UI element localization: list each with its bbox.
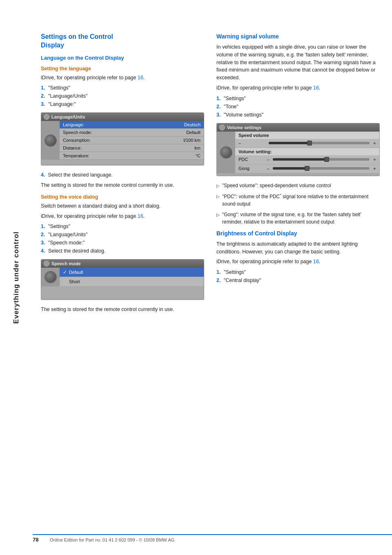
vol-row-label: – <box>238 141 267 145</box>
vol-plus-pdc: + <box>373 157 376 163</box>
list-item: 3. "Language:" <box>41 100 204 108</box>
speech-body: ✓ Default ✓ Short <box>41 268 204 286</box>
voice-idrive-ref: iDrive, for operating principle refer to… <box>41 213 204 220</box>
brightness-desc: The brightness is automatically adapted … <box>216 240 380 256</box>
list-item: 2. "Central display" <box>216 276 380 284</box>
list-item: 4. Select the desired dialog. <box>41 247 204 255</box>
vol-slider-gong <box>273 167 370 170</box>
knob-area <box>41 121 60 160</box>
list-item: 1. "Settings" <box>216 94 380 103</box>
brightness-idrive-ref: iDrive, for operating principle refer to… <box>216 258 380 266</box>
vol-plus: + <box>373 140 376 146</box>
vol-screenshot-title: Volume settings <box>227 125 261 130</box>
vol-section-header-2: Volume setting: <box>235 148 379 155</box>
voice-dialog-title: Setting the voice dialog <box>41 194 204 200</box>
vol-row-pdc: PDC – + <box>235 155 379 164</box>
bullet-list: "Speed volume": speed-dependent volume c… <box>216 182 380 226</box>
vol-row: – + <box>235 139 379 148</box>
right-column: Warning signal volume In vehicles equipp… <box>216 33 380 316</box>
vol-rows: Speed volume – + Volume setting: PDC <box>235 132 379 173</box>
vol-slider <box>269 142 370 144</box>
speech-screenshot: Speech mode ✓ Default ✓ Short <box>41 259 204 300</box>
bullet-item-gong: "Gong": volume of the signal tone, e.g. … <box>216 211 380 226</box>
speech-row: ✓ Short <box>60 277 204 286</box>
bullet-item-speed: "Speed volume": speed-dependent volume c… <box>216 182 380 189</box>
page-number: 78 <box>33 537 45 543</box>
step4-text: 4. Select the desired language. <box>41 171 204 179</box>
left-column: Settings on the Control Display Language… <box>41 33 204 316</box>
slider-fill <box>269 142 309 144</box>
volume-screenshot: Volume settings Speed volume – <box>216 123 380 176</box>
screenshot-content: Language: Deutsch Speech mode: Default C… <box>41 121 204 160</box>
list-item: 2. "Language/Units" <box>41 231 204 239</box>
slider-thumb <box>307 141 312 145</box>
warning-idrive-page-link[interactable]: 16 <box>313 85 319 91</box>
voice-note: The setting is stored for the remote con… <box>41 306 204 313</box>
bullet-item-pdc: "PDC": volume of the PDC* signal tone re… <box>216 192 380 208</box>
vol-plus-gong: + <box>373 166 376 172</box>
vol-slider-pdc <box>273 158 370 161</box>
setting-language-title: Setting the language <box>41 66 204 72</box>
vol-row-gong: Gong – + <box>235 164 379 173</box>
vol-knob-area <box>217 132 235 173</box>
screenshot-row: Distance: km <box>60 144 204 152</box>
screenshot-icon <box>44 114 49 120</box>
footer-text: Online Edition for Part no. 01 41 2 602 … <box>50 537 174 542</box>
screenshot-rows: Language: Deutsch Speech mode: Default C… <box>60 121 204 160</box>
speech-row: ✓ Default <box>60 268 204 277</box>
check-icon-empty: ✓ <box>63 279 67 284</box>
asterisk: * <box>280 193 281 197</box>
vol-row-label-gong: Gong <box>238 166 267 171</box>
warning-idrive-ref: iDrive, for operating principle refer to… <box>216 84 380 92</box>
list-item: 1. "Settings" <box>41 84 204 92</box>
lang-steps-list: 1. "Settings" 2. "Language/Units" 3. "La… <box>41 84 204 108</box>
voice-desc: Switch between a standard dialog and a s… <box>41 202 204 210</box>
speech-knob-area <box>41 268 60 286</box>
list-item: 1. "Settings" <box>216 268 380 276</box>
screenshot-row: Temperature: °C <box>60 152 204 160</box>
vol-row-label-pdc: PDC <box>238 157 267 162</box>
screenshot-title: Language/Units <box>51 114 85 119</box>
speech-rows: ✓ Default ✓ Short <box>60 268 204 286</box>
vol-control-knob <box>220 146 232 159</box>
idrive-ref-text: iDrive, for operating principle refer to… <box>41 74 204 82</box>
control-knob <box>45 134 57 147</box>
step4-note: The setting is stored for the remote con… <box>41 181 204 189</box>
sidebar-label: Everything under control <box>12 231 20 324</box>
list-item: 2. "Language/Units" <box>41 92 204 100</box>
screenshot-row: Consumption: l/100 km <box>60 137 204 144</box>
brightness-idrive-page-link[interactable]: 16 <box>313 259 319 264</box>
screenshot-row: Speech mode: Default <box>60 129 204 137</box>
slider-thumb-pdc <box>324 157 329 162</box>
slider-fill-pdc <box>273 158 326 161</box>
brightness-title: Brightness of Control Display <box>216 230 380 237</box>
sidebar: Everything under control <box>0 0 33 555</box>
list-item: 3. "Volume settings" <box>216 111 380 119</box>
list-item: 1. "Settings" <box>41 222 204 231</box>
vol-section-header: Speed volume <box>235 132 379 139</box>
vol-screenshot-body: Speed volume – + Volume setting: PDC <box>217 132 379 173</box>
slider-thumb-gong <box>305 166 310 171</box>
warning-title: Warning signal volume <box>216 33 380 40</box>
check-icon: ✓ <box>63 269 67 275</box>
warning-steps-list: 1. "Settings" 2. "Tone" 3. "Volume setti… <box>216 94 380 119</box>
warning-desc: In vehicles equipped with a single drive… <box>216 43 380 82</box>
list-item: 2. "Tone" <box>216 103 380 111</box>
screenshot-titlebar: Language/Units <box>41 113 204 121</box>
slider-fill-gong <box>273 167 307 170</box>
page-footer: 78 Online Edition for Part no. 01 41 2 6… <box>33 534 392 543</box>
language-screenshot: Language/Units Language: Deutsch Speech … <box>41 112 204 166</box>
speech-screenshot-titlebar: Speech mode <box>41 260 204 268</box>
idrive-page-link[interactable]: 16 <box>138 75 143 81</box>
screenshot-row: Language: Deutsch <box>60 121 204 129</box>
brightness-steps-list: 1. "Settings" 2. "Central display" <box>216 268 380 284</box>
section-title: Settings on the Control Display <box>41 33 204 50</box>
vol-screenshot-titlebar: Volume settings <box>217 123 379 132</box>
list-item: 3. "Speech mode:" <box>41 239 204 247</box>
speech-screenshot-title: Speech mode <box>51 261 81 266</box>
voice-idrive-page-link[interactable]: 16 <box>138 213 143 219</box>
speech-screenshot-icon <box>44 261 49 266</box>
main-content: Settings on the Control Display Language… <box>33 0 392 340</box>
vol-screenshot-icon <box>219 125 225 130</box>
page-container: Everything under control Settings on the… <box>0 0 392 555</box>
